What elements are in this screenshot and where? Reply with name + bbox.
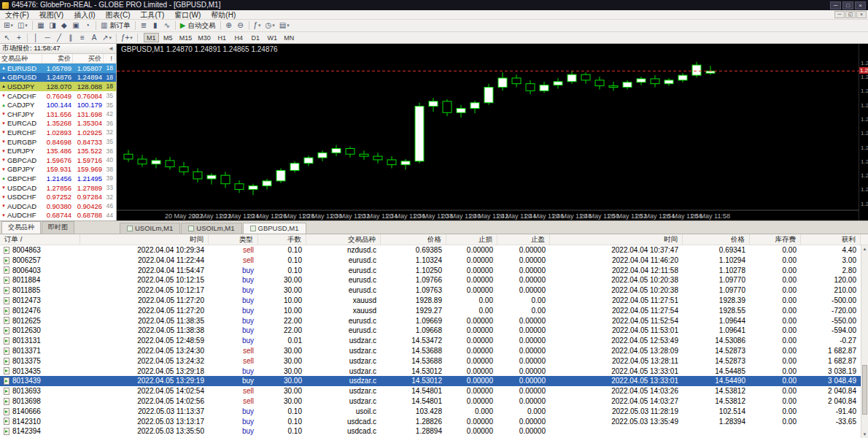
- maximize-button[interactable]: □: [842, 1, 853, 9]
- market-watch-tab-inactive[interactable]: 即时图: [42, 221, 74, 234]
- order-row-8013435[interactable]: 80134352022.04.05 13:29:18buy30.00usdzar…: [0, 366, 861, 377]
- market-watch-row-usdchf[interactable]: ▼USDCHF0.972520.9728432: [0, 192, 116, 201]
- trendline-tool-button[interactable]: ╱: [53, 33, 65, 43]
- chart-tab-gbpusd-m1[interactable]: GBPUSD,M1: [243, 223, 306, 234]
- order-row-8013693[interactable]: 80136932022.04.05 14:02:54sell30.00usdza…: [0, 386, 861, 396]
- child-restore-button[interactable]: ◱: [845, 11, 856, 18]
- market-watch-row-gbpjpy[interactable]: ▼GBPJPY159.931159.96938: [0, 165, 116, 174]
- price-scale[interactable]: 1.249001.248601.248201.247801.247401.247…: [859, 44, 868, 220]
- chart-tab-usoilm-m1[interactable]: USOILm,M1: [120, 223, 180, 234]
- terminal-column-header[interactable]: 时间: [80, 234, 209, 245]
- channel-tool-button[interactable]: ∥: [65, 33, 77, 43]
- navigator-toggle-button[interactable]: ◆: [58, 20, 70, 31]
- chart-tab-usoilm-m1[interactable]: USOILm,M1: [181, 223, 241, 234]
- timeframe-m30-button[interactable]: M30: [195, 33, 213, 42]
- chart-bars-button[interactable]: ≣: [138, 20, 150, 31]
- timeframe-m15-button[interactable]: M15: [177, 33, 195, 42]
- terminal-toggle-button[interactable]: ▣: [70, 20, 82, 31]
- terminal-column-header[interactable]: 时间: [550, 234, 683, 245]
- cursor-tool-button[interactable]: ↖: [1, 33, 13, 43]
- zoom-out-button[interactable]: ⊖: [235, 20, 247, 31]
- market-watch-row-cadjpy[interactable]: ▲CADJPY100.144100.17935: [0, 100, 116, 110]
- market-watch-column-header[interactable]: 交易品种: [0, 54, 42, 63]
- menu-item[interactable]: 窗口(W): [169, 10, 206, 20]
- menu-item[interactable]: 文件(F): [0, 10, 34, 20]
- fibonacci-tool-button[interactable]: ≡: [77, 33, 88, 43]
- minimize-button[interactable]: ─: [830, 1, 841, 9]
- chart-line-button[interactable]: ∿: [161, 20, 173, 31]
- periods-button[interactable]: ◷▾: [263, 20, 277, 31]
- market-watch-row-eurchf[interactable]: ▼EURCHF1.028931.0292532: [0, 128, 116, 137]
- order-row-8006257[interactable]: 80062572022.04.04 11:22:44sell0.10eurusd…: [0, 256, 861, 266]
- zoom-in-button[interactable]: ⊕: [223, 20, 235, 31]
- order-row-8012625[interactable]: 80126252022.04.05 11:38:35buy22.00eurusd…: [0, 316, 861, 326]
- child-minimize-button[interactable]: ─: [834, 11, 845, 18]
- order-row-8011884[interactable]: 80118842022.04.05 10:12:15buy30.00eurusd…: [0, 275, 861, 285]
- order-row-8012630[interactable]: 80126302022.04.05 11:38:38buy22.00eurusd…: [0, 326, 861, 336]
- auto-trading-button[interactable]: ▶自动交易: [178, 20, 218, 31]
- profiles-button[interactable]: ◫▾: [15, 20, 30, 31]
- timeframe-mn-button[interactable]: MN: [282, 33, 297, 42]
- timeframe-m5-button[interactable]: M5: [160, 33, 176, 42]
- templates-button[interactable]: ▤▾: [277, 20, 292, 31]
- menu-item[interactable]: 插入(I): [69, 10, 100, 20]
- close-button[interactable]: ×: [855, 1, 866, 9]
- market-watch-row-eurcad[interactable]: ▼EURCAD1.352681.3530436: [0, 119, 116, 128]
- order-row-8142310[interactable]: 81423102022.05.03 13:13:17buy0.10usdcad.…: [0, 417, 861, 427]
- market-watch-row-gbpcad[interactable]: ▼GBPCAD1.596761.5971640: [0, 155, 116, 165]
- market-watch-row-chfjpy[interactable]: ▼CHFJPY131.656131.69842: [0, 110, 116, 119]
- order-row-8011885[interactable]: 80118852022.04.05 10:12:17buy30.00eurusd…: [0, 285, 861, 296]
- terminal-column-header[interactable]: 类型: [209, 234, 258, 245]
- market-watch-row-gbpusd[interactable]: ▲GBPUSD1.248761.2489418: [0, 73, 116, 82]
- market-watch-row-audchf[interactable]: ▼AUDCHF0.687440.6878844: [0, 211, 116, 220]
- order-row-8013131[interactable]: 80131312022.04.05 12:48:59buy0.01usdzar.…: [0, 336, 861, 346]
- terminal-column-header[interactable]: 价格: [683, 234, 750, 245]
- order-row-8013375[interactable]: 80133752022.04.05 13:24:32sell30.00usdza…: [0, 356, 861, 366]
- market-watch-row-cadchf[interactable]: ▼CADCHF0.760490.7608435: [0, 91, 116, 101]
- market-watch-row-usdcad[interactable]: ▼USDCAD1.278561.2788933: [0, 183, 116, 193]
- new-chart-button[interactable]: ⊞▾: [1, 20, 15, 31]
- timeframe-h1-button[interactable]: H1: [214, 33, 230, 42]
- menu-item[interactable]: 帮助(H): [206, 10, 241, 20]
- market-watch-row-eurgbp[interactable]: ▼EURGBP0.846980.8473335: [0, 137, 116, 147]
- timeframe-m1-button[interactable]: M1: [144, 33, 159, 42]
- market-watch-toggle-button[interactable]: ▦: [35, 20, 47, 31]
- order-row-8012473[interactable]: 80124732022.04.05 11:27:20buy10.00xauusd…: [0, 296, 861, 306]
- market-watch-column-header[interactable]: 卖价: [42, 54, 73, 63]
- terminal-column-header[interactable]: 交易品种: [306, 234, 381, 245]
- terminal-column-header[interactable]: 订单 /: [0, 234, 80, 245]
- timeframe-h4-button[interactable]: H4: [231, 33, 247, 42]
- market-watch-row-audcad[interactable]: ▼AUDCAD0.903800.9042646: [0, 201, 116, 211]
- market-watch-row-eurusd[interactable]: ▲EURUSD1.057891.0580718: [0, 64, 116, 73]
- chart-area[interactable]: GBPUSD,M1 1.24870 1.24891 1.24865 1.2487…: [117, 44, 859, 220]
- terminal-column-header[interactable]: 库存费: [750, 234, 801, 245]
- scroll-down-icon[interactable]: ▼: [861, 431, 868, 438]
- terminal-scrollbar[interactable]: ▲ ▼: [861, 245, 868, 438]
- terminal-column-header[interactable]: 获利: [801, 234, 861, 245]
- scrollbar-thumb[interactable]: [862, 365, 867, 415]
- child-close-button[interactable]: ×: [856, 11, 867, 18]
- menu-item[interactable]: 视图(V): [34, 10, 69, 20]
- indicators-button[interactable]: ƒ▾: [252, 20, 263, 31]
- data-window-toggle-button[interactable]: ◨: [47, 20, 58, 31]
- terminal-column-header[interactable]: 止损: [446, 234, 497, 245]
- market-watch-column-header[interactable]: 买价: [73, 54, 104, 63]
- menu-item[interactable]: 图表(C): [101, 10, 136, 20]
- order-row-8013371[interactable]: 80133712022.04.05 13:24:30sell30.00usdza…: [0, 346, 861, 356]
- horizontal-line-tool-button[interactable]: ─: [42, 33, 53, 43]
- collapse-panel-icon[interactable]: ◄: [108, 45, 114, 52]
- terminal-column-header[interactable]: 止盈: [497, 234, 550, 245]
- menu-item[interactable]: 工具(T): [135, 10, 169, 20]
- market-watch-row-eurjpy[interactable]: ▼EURJPY135.486135.52236: [0, 146, 116, 155]
- strategy-tester-button[interactable]: ◔: [82, 20, 93, 31]
- order-row-8140666[interactable]: 81406662022.05.03 11:13:37buy0.10usoil.c…: [0, 407, 861, 417]
- market-watch-row-gbpchf[interactable]: ▲GBPCHF1.214561.2149539: [0, 174, 116, 183]
- terminal-column-header[interactable]: 价格: [381, 234, 446, 245]
- order-row-8142394[interactable]: 81423942022.05.03 13:35:50buy0.10usdcad.…: [0, 426, 861, 437]
- text-tool-button[interactable]: A: [88, 33, 100, 43]
- indicator-list-button[interactable]: ƒ+▾: [119, 33, 135, 43]
- terminal-column-header[interactable]: 手数: [258, 234, 306, 245]
- scroll-up-icon[interactable]: ▲: [861, 245, 868, 253]
- market-watch-column-header[interactable]: !: [104, 54, 115, 63]
- arrows-tool-button[interactable]: ↗▾: [100, 33, 114, 43]
